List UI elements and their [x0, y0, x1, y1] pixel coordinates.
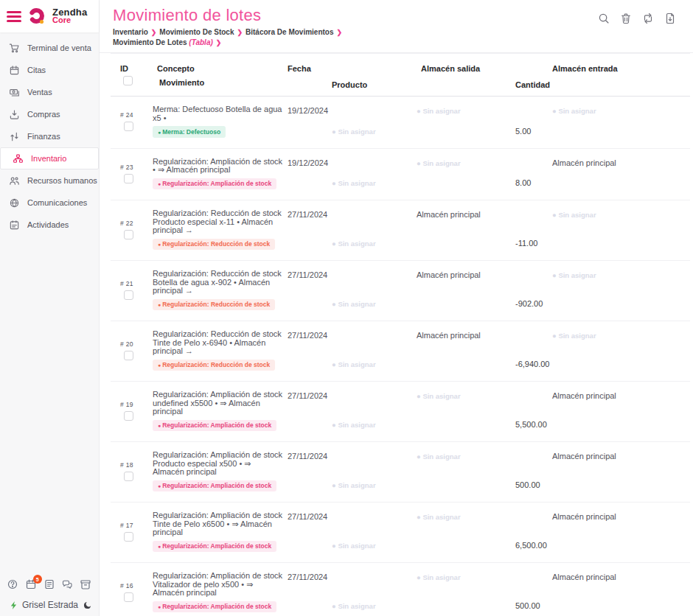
- row-quantity: -6,940.00: [511, 330, 552, 371]
- notifications-calendar-icon[interactable]: 5: [25, 578, 38, 591]
- sidebar: Zendha Core Terminal de venta Citas Vent…: [0, 0, 100, 616]
- unassigned-badge: ● Sin asignar: [552, 271, 596, 279]
- user-name: Grisel Estrada: [22, 600, 78, 610]
- calendar-icon: [9, 65, 20, 76]
- row-warehouse-out-cell: ● Sin asignar: [417, 105, 511, 138]
- unassigned-badge: ● Sin asignar: [417, 392, 461, 400]
- sidebar-item-label: Compras: [27, 110, 60, 119]
- sidebar-item-compras[interactable]: Compras: [0, 103, 99, 125]
- form-icon[interactable]: [43, 578, 56, 591]
- hamburger-menu-icon[interactable]: [7, 11, 21, 22]
- row-checkbox[interactable]: [124, 592, 133, 602]
- movement-badge: ●Regularización: Ampliación de stock: [153, 480, 276, 492]
- trash-icon[interactable]: [619, 12, 633, 25]
- table-row[interactable]: # 21 Regularización: Reducción de stock …: [111, 261, 690, 321]
- unassigned-badge: ● Sin asignar: [417, 513, 461, 521]
- row-quantity: 5.00: [511, 105, 552, 138]
- sidebar-item-terminal-de-venta[interactable]: Terminal de venta: [0, 37, 99, 59]
- warehouse-label: Almacén principal: [417, 331, 481, 340]
- row-checkbox[interactable]: [124, 174, 133, 183]
- row-product-cell: ● Sin asignar: [330, 209, 417, 250]
- archive-box-icon[interactable]: [80, 578, 92, 591]
- sidebar-item-label: Ventas: [27, 88, 52, 97]
- table-row[interactable]: # 18 Regularización: Ampliación de stock…: [111, 442, 690, 503]
- concept-text: Regularización: Ampliación de stock Prod…: [153, 451, 284, 477]
- breadcrumb-item[interactable]: Movimiento De Lotes: [113, 38, 187, 46]
- row-date: 27/11/2024: [284, 270, 330, 310]
- row-product-cell: ● Sin asignar: [330, 391, 417, 431]
- concept-text: Regularización: Reducción de stock Tinte…: [153, 330, 284, 356]
- row-id: # 21: [120, 280, 151, 287]
- column-header-almacen-entrada: Almacén entrada: [552, 64, 690, 89]
- sidebar-item-label: Inventario: [31, 154, 66, 163]
- brand-sub: Core: [52, 16, 87, 24]
- column-header-movimiento: Movimiento: [159, 78, 284, 87]
- help-icon[interactable]: [7, 578, 19, 591]
- sidebar-item-comunicaciones[interactable]: Comunicaciones: [0, 192, 99, 214]
- app-root: Zendha Core Terminal de venta Citas Vent…: [0, 0, 693, 616]
- transfer-icon[interactable]: [641, 12, 655, 25]
- row-concept-cell: Regularización: Ampliación de stock • ⇒ …: [151, 158, 284, 190]
- row-checkbox[interactable]: [124, 122, 133, 131]
- sidebar-item-recursos-humanos[interactable]: Recursos humanos: [0, 169, 99, 192]
- select-all-checkbox[interactable]: [123, 76, 133, 85]
- row-warehouse-out-cell: ● Sin asignar: [417, 158, 511, 190]
- row-concept-cell: Regularización: Ampliación de stock Vita…: [151, 572, 284, 612]
- table-row[interactable]: # 16 Regularización: Ampliación de stock…: [111, 563, 690, 616]
- row-warehouse-in-cell: Almacén principal: [552, 572, 690, 612]
- row-checkbox[interactable]: [124, 290, 133, 300]
- row-warehouse-in-cell: ● Sin asignar: [552, 270, 690, 310]
- row-checkbox[interactable]: [124, 472, 133, 481]
- table-row[interactable]: # 22 Regularización: Reducción de stock …: [111, 200, 690, 261]
- row-checkbox[interactable]: [124, 411, 133, 421]
- chevron-right-icon: ❯: [216, 39, 222, 46]
- row-checkbox[interactable]: [124, 230, 133, 239]
- people-icon: [9, 175, 20, 186]
- unassigned-badge: ● Sin asignar: [552, 332, 596, 340]
- unassigned-badge: ● Sin asignar: [552, 107, 596, 115]
- column-header-fecha: Fecha: [284, 64, 330, 89]
- sidebar-item-inventario[interactable]: Inventario: [0, 147, 99, 169]
- breadcrumb-item[interactable]: Movimiento De Stock: [159, 28, 234, 36]
- user-row[interactable]: Grisel Estrada: [4, 600, 95, 610]
- sidebar-item-citas[interactable]: Citas: [0, 59, 99, 81]
- row-quantity: 8.00: [511, 158, 552, 190]
- unassigned-badge: ● Sin asignar: [332, 239, 376, 248]
- brand-text: Zendha Core: [52, 8, 87, 24]
- row-checkbox[interactable]: [124, 532, 133, 542]
- row-product-cell: ● Sin asignar: [330, 451, 417, 491]
- warehouse-label: Almacén principal: [552, 158, 616, 167]
- sidebar-item-label: Actividades: [27, 220, 69, 229]
- breadcrumb: Inventario❯Movimiento De Stock❯Bitácora …: [113, 27, 693, 48]
- table-row[interactable]: # 17 Regularización: Ampliación de stock…: [111, 503, 690, 563]
- tasks-icon: [9, 220, 20, 231]
- row-id: # 19: [120, 401, 151, 408]
- breadcrumb-item[interactable]: Inventario: [113, 28, 148, 36]
- main-content: Movimiento de lotes Inventario❯Movimient…: [100, 0, 693, 616]
- sidebar-nav: Terminal de venta Citas Ventas Compras F…: [0, 32, 99, 236]
- movement-badge: ●Merma: Defectuoso: [153, 126, 226, 138]
- sidebar-item-actividades[interactable]: Actividades: [0, 214, 99, 236]
- table-row[interactable]: # 20 Regularización: Reducción de stock …: [111, 321, 690, 382]
- row-id: # 18: [120, 461, 151, 469]
- row-id-cell: # 20: [111, 340, 151, 360]
- table-row[interactable]: # 19 Regularización: Ampliación de stock…: [111, 382, 690, 442]
- sidebar-item-finanzas[interactable]: Finanzas: [0, 125, 99, 147]
- row-product-cell: ● Sin asignar: [330, 270, 417, 310]
- chat-icon[interactable]: [61, 578, 74, 591]
- concept-text: Regularización: Reducción de stock Botel…: [153, 270, 284, 295]
- warehouse-label: Almacén principal: [552, 573, 616, 581]
- inventory-boxes-icon: [13, 153, 24, 164]
- row-quantity: 500.00: [511, 451, 552, 491]
- table-row[interactable]: # 24 Merma: Defectuoso Botella de agua x…: [111, 97, 690, 149]
- sidebar-item-ventas[interactable]: Ventas: [0, 81, 99, 103]
- table-row[interactable]: # 23 Regularización: Ampliación de stock…: [111, 149, 690, 201]
- breadcrumb-item[interactable]: Bitácora De Movimientos: [245, 28, 333, 36]
- movement-badge: ●Regularización: Ampliación de stock: [153, 178, 276, 190]
- row-date: 19/12/2024: [284, 158, 330, 190]
- dark-mode-moon-icon[interactable]: [83, 601, 92, 610]
- row-quantity: 5,500.00: [511, 391, 552, 431]
- export-file-icon[interactable]: [664, 12, 677, 25]
- search-icon[interactable]: [597, 12, 610, 25]
- row-checkbox[interactable]: [124, 351, 133, 360]
